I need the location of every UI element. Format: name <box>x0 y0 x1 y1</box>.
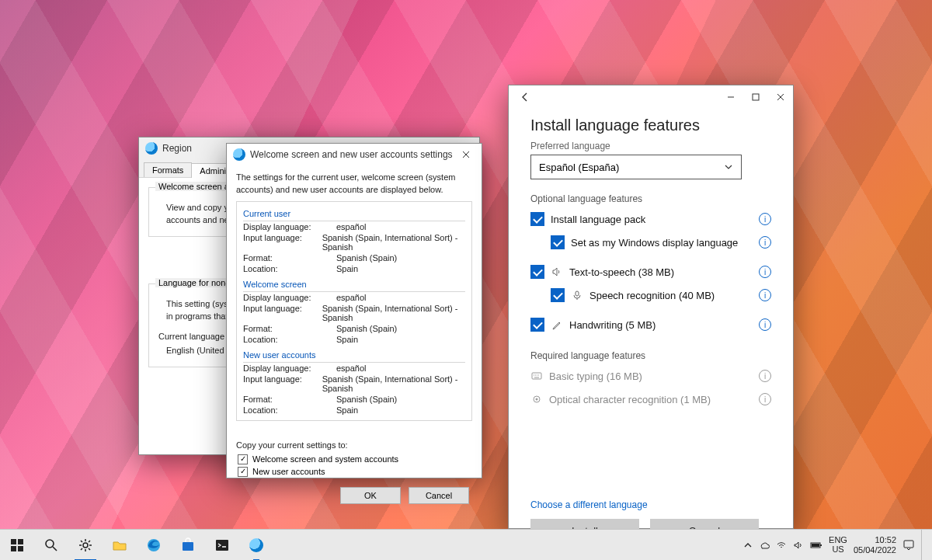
svg-point-10 <box>83 543 88 548</box>
globe-icon <box>233 148 245 161</box>
feature-tts[interactable]: Text-to-speech (38 MB) i <box>530 260 771 283</box>
taskbar-region[interactable] <box>239 530 273 561</box>
onedrive-icon[interactable] <box>759 541 770 550</box>
language-indicator[interactable]: ENG US <box>829 536 847 554</box>
welcome-close-button[interactable] <box>454 146 478 163</box>
install-language-window: Install language features Preferred lang… <box>508 85 794 529</box>
battery-icon[interactable] <box>810 541 822 549</box>
required-basic: Basic typing (16 MB) i <box>530 364 771 388</box>
info-icon[interactable]: i <box>759 213 771 225</box>
preferred-language-value: Español (España) <box>539 162 619 173</box>
checkbox-on-icon[interactable] <box>551 235 565 249</box>
info-icon[interactable]: i <box>759 289 771 301</box>
taskbar-store[interactable] <box>171 530 205 561</box>
required-ocr: Optical character recognition (1 MB) i <box>530 388 771 411</box>
info-icon[interactable]: i <box>759 266 771 278</box>
checkbox-on-icon[interactable] <box>530 212 544 226</box>
preferred-language-dropdown[interactable]: Español (España) <box>530 155 742 179</box>
feature-set-display[interactable]: Set as my Windows display language i <box>530 231 771 254</box>
region-title: Region <box>162 143 192 154</box>
chevron-down-icon <box>724 162 733 172</box>
start-button[interactable] <box>0 530 34 561</box>
svg-rect-2 <box>532 373 541 379</box>
info-icon[interactable]: i <box>759 318 771 331</box>
taskbar-edge[interactable] <box>137 530 171 561</box>
minimize-button[interactable] <box>718 89 743 106</box>
info-icon[interactable]: i <box>759 370 771 382</box>
wifi-icon[interactable] <box>776 541 787 550</box>
taskbar-terminal[interactable] <box>205 530 239 561</box>
taskbar-explorer[interactable] <box>103 530 137 561</box>
svg-rect-5 <box>11 539 16 544</box>
ok-button[interactable]: OK <box>340 487 401 504</box>
section-new-user: New user accounts <box>243 348 465 363</box>
notifications-icon[interactable] <box>902 539 915 551</box>
volume-icon[interactable] <box>793 541 804 550</box>
svg-rect-7 <box>11 546 16 551</box>
show-desktop-button[interactable] <box>921 530 926 561</box>
globe-icon <box>145 142 158 155</box>
search-icon <box>43 537 59 553</box>
svg-rect-12 <box>183 542 193 551</box>
svg-rect-8 <box>18 546 23 551</box>
svg-rect-13 <box>216 540 228 551</box>
store-icon <box>180 537 196 553</box>
required-label: Required language features <box>530 350 771 361</box>
system-tray[interactable] <box>743 541 822 550</box>
tab-formats[interactable]: Formats <box>144 162 192 177</box>
copy-settings-label: Copy your current settings to: <box>236 440 472 452</box>
info-icon[interactable]: i <box>759 393 771 405</box>
welcome-dialog-titlebar[interactable]: Welcome screen and new user accounts set… <box>227 144 482 165</box>
install-close-button[interactable] <box>768 89 793 106</box>
copy-welcome-checkbox-row[interactable]: Welcome screen and system accounts <box>238 454 472 464</box>
folder-icon <box>112 537 127 553</box>
microphone-icon <box>571 289 583 301</box>
taskbar-clock[interactable]: 10:52 05/04/2022 <box>854 535 896 554</box>
checkbox-icon[interactable] <box>238 467 248 477</box>
checkbox-on-icon[interactable] <box>530 318 544 332</box>
install-titlebar[interactable] <box>509 85 793 109</box>
section-current-user: Current user <box>243 207 465 221</box>
svg-rect-6 <box>18 539 23 544</box>
search-button[interactable] <box>34 530 68 561</box>
install-heading: Install language features <box>530 117 771 134</box>
svg-rect-17 <box>904 541 913 548</box>
feature-handwriting[interactable]: Handwriting (5 MB) i <box>530 313 771 336</box>
optional-label: Optional language features <box>530 193 771 204</box>
taskbar: ENG US 10:52 05/04/2022 <box>0 529 932 560</box>
edge-icon <box>146 537 162 553</box>
section-welcome-screen: Welcome screen <box>243 277 465 292</box>
ocr-icon <box>530 393 543 405</box>
back-button[interactable] <box>515 87 535 107</box>
preferred-label: Preferred language <box>530 141 771 151</box>
taskbar-settings[interactable] <box>68 530 103 561</box>
maximize-button[interactable] <box>743 89 768 106</box>
svg-rect-1 <box>576 291 579 296</box>
checkbox-on-icon[interactable] <box>551 288 565 302</box>
globe-icon <box>249 538 263 552</box>
checkbox-icon[interactable] <box>238 454 248 464</box>
choose-different-language-link[interactable]: Choose a different language <box>530 499 648 510</box>
svg-point-9 <box>46 540 54 548</box>
info-icon[interactable]: i <box>759 236 771 249</box>
welcome-intro: The settings for the current user, welco… <box>236 172 472 197</box>
svg-rect-16 <box>812 544 819 547</box>
copy-newuser-label: New user accounts <box>252 467 325 476</box>
gear-icon <box>78 537 93 553</box>
pencil-icon <box>551 318 563 331</box>
copy-welcome-label: Welcome screen and system accounts <box>252 454 398 464</box>
svg-rect-15 <box>820 544 822 546</box>
feature-install-pack[interactable]: Install language pack i <box>530 207 771 231</box>
copy-newuser-checkbox-row[interactable]: New user accounts <box>238 467 472 477</box>
svg-rect-0 <box>753 94 759 100</box>
svg-point-4 <box>536 398 538 401</box>
speaker-icon <box>551 266 563 278</box>
tray-overflow-icon[interactable] <box>743 541 753 550</box>
feature-speech[interactable]: Speech recognition (40 MB) i <box>530 283 771 307</box>
cancel-button[interactable]: Cancel <box>409 487 469 504</box>
terminal-icon <box>214 537 230 553</box>
checkbox-on-icon[interactable] <box>530 265 544 279</box>
welcome-dialog-title: Welcome screen and new user accounts set… <box>250 149 453 160</box>
windows-logo-icon <box>9 537 25 553</box>
keyboard-icon <box>530 370 543 382</box>
